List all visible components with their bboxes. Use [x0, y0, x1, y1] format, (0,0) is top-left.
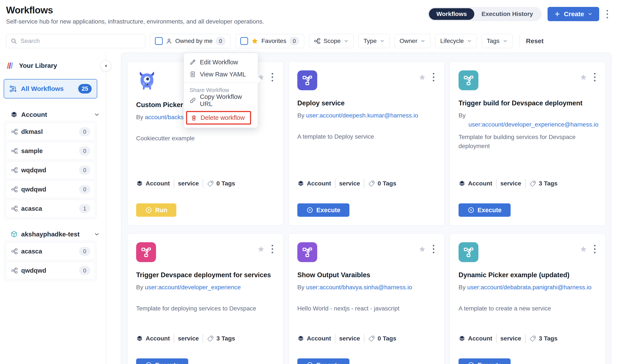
search-input[interactable] — [21, 38, 141, 44]
favorite-star-icon[interactable] — [418, 74, 426, 81]
card-meta-row: Account service 3 Tags — [136, 334, 274, 343]
scope-stack-icon — [458, 180, 465, 187]
sidebar-item-label: sample — [21, 147, 76, 155]
menu-item-label: View Raw YAML — [200, 71, 246, 78]
sidebar-item-acasca[interactable]: acasca 1 — [6, 200, 95, 217]
workflow-tree-icon — [11, 167, 18, 173]
sidebar-item-all-workflows[interactable]: All Workflows 25 — [4, 79, 97, 98]
workflow-card-icon — [136, 242, 156, 262]
workflow-tree-icon — [11, 267, 18, 274]
share-workflow-section-label: Share Workflow — [184, 85, 258, 94]
scope-stack-icon — [297, 335, 304, 342]
library-header: Your Library — [6, 61, 106, 70]
card-meta-row: Account service 0 Tags — [297, 179, 436, 188]
sidebar-collapse-button[interactable] — [100, 60, 111, 71]
type-dropdown[interactable]: Type — [359, 34, 390, 48]
chevron-down-icon — [94, 231, 100, 237]
tags-count: 0 Tags — [216, 180, 235, 187]
trash-icon — [191, 115, 197, 121]
workflow-card-icon — [297, 242, 317, 262]
owner-link[interactable]: user:account/bhavya.sinha@harness.io — [306, 284, 412, 291]
card-kebab-menu-icon[interactable] — [431, 72, 436, 83]
sidebar-item-count: 0 — [79, 166, 90, 175]
execute-button[interactable]: Execute — [297, 358, 349, 364]
workflow-card-trigger-devspace[interactable]: Trigger Devspace deployment for services… — [127, 233, 283, 364]
menu-item-view-raw-yaml[interactable]: View Raw YAML — [184, 68, 258, 80]
page-kebab-menu-icon[interactable] — [605, 9, 609, 20]
favorites-filter[interactable]: Favorites 0 — [235, 34, 304, 48]
workflow-byline: By user:account/debabrata.panigrahi@harn… — [458, 283, 597, 300]
owner-link[interactable]: user:account/developer_experience — [145, 284, 241, 291]
sidebar-item-qwdqwd[interactable]: qwdqwd 0 — [6, 181, 95, 198]
owner-dropdown-label: Owner — [400, 38, 417, 44]
workflow-flow-icon — [9, 85, 17, 93]
chevron-down-icon — [420, 39, 426, 44]
owner-link[interactable]: user:account/deepesh.kumar@harness.io — [306, 112, 418, 119]
sidebar-item-dkmasl[interactable]: dkmasl 0 — [6, 123, 95, 141]
card-kebab-menu-icon[interactable] — [270, 244, 274, 255]
lifecycle-dropdown-label: Lifecycle — [440, 38, 464, 44]
scope-label: Account — [307, 180, 331, 187]
card-kebab-menu-icon[interactable] — [593, 244, 597, 255]
execute-button-label: Execute — [155, 362, 179, 364]
monster-avatar-icon — [136, 70, 158, 92]
tag-icon — [207, 335, 214, 342]
workflow-tree-icon — [11, 148, 18, 154]
execute-button[interactable]: Execute — [136, 358, 188, 364]
favorites-label: Favorites — [261, 38, 286, 44]
create-button[interactable]: Create — [548, 7, 599, 21]
workflow-card-icon — [458, 242, 478, 262]
group-name: akshayphadke-test — [21, 231, 90, 238]
menu-item-delete-workflow[interactable]: Delete workflow — [186, 111, 251, 125]
execute-button[interactable]: Execute — [458, 358, 511, 364]
owner-link[interactable]: user:account/debabrata.panigrahi@harness… — [467, 284, 591, 291]
all-workflows-label: All Workflows — [21, 85, 74, 92]
card-meta-row: Account service 3 Tags — [458, 179, 597, 188]
run-button[interactable]: Run — [136, 203, 176, 217]
card-kebab-menu-icon[interactable] — [431, 244, 436, 255]
workflow-card-show-output[interactable]: Show Output Varaibles By user:account/bh… — [288, 233, 444, 364]
reset-filters-button[interactable]: Reset — [526, 37, 544, 45]
lifecycle-dropdown[interactable]: Lifecycle — [435, 34, 477, 48]
workflow-tree-icon — [11, 129, 18, 135]
workflow-card-trigger-build[interactable]: Trigger build for Devspace deployment By… — [450, 62, 606, 226]
favorite-star-icon[interactable] — [580, 74, 587, 81]
owned-by-me-checkbox[interactable] — [155, 37, 163, 45]
type-label: service — [500, 180, 521, 187]
tags-dropdown[interactable]: Tags — [482, 34, 512, 48]
sidebar-item-wqdqwd[interactable]: wqdqwd 0 — [6, 161, 95, 179]
card-kebab-menu-icon[interactable] — [593, 72, 597, 83]
workflow-card-deploy-service[interactable]: Deploy service By user:account/deepesh.k… — [288, 62, 444, 226]
execute-button[interactable]: Execute — [458, 203, 511, 217]
execute-button-label: Execute — [316, 207, 340, 214]
tab-workflows[interactable]: Workflows — [429, 8, 474, 20]
favorite-star-icon[interactable] — [257, 246, 265, 253]
tags-count: 3 Tags — [539, 335, 558, 342]
owner-link[interactable]: user:account/developer_experience@harnes… — [469, 121, 598, 128]
owner-link[interactable]: account/backs — [145, 114, 183, 120]
sidebar-group-akshayphadke-test[interactable]: akshayphadke-test — [10, 231, 100, 238]
owned-by-me-filter[interactable]: Owned by me 0 — [150, 34, 230, 48]
tab-execution-history[interactable]: Execution History — [474, 8, 540, 20]
scope-dropdown[interactable]: Scope — [309, 34, 354, 48]
cube-icon — [10, 231, 18, 238]
favorite-star-icon[interactable] — [580, 246, 587, 253]
workflow-card-dynamic-picker[interactable]: Dynamic Picker example (updated) By user… — [450, 233, 606, 364]
card-kebab-menu-icon[interactable] — [270, 72, 274, 83]
account-group-list: dkmasl 0 sample 0 wqdqwd 0 qwdqwd 0 acas… — [4, 121, 97, 219]
menu-item-copy-workflow-url[interactable]: Copy Workflow URL — [184, 94, 258, 106]
favorite-star-icon[interactable] — [418, 246, 426, 253]
sidebar-item-acasca-2[interactable]: acasca 0 — [6, 242, 95, 260]
by-label: By — [297, 284, 305, 291]
owner-dropdown[interactable]: Owner — [395, 34, 430, 48]
menu-item-edit-workflow[interactable]: Edit Workflow — [184, 56, 258, 68]
sidebar-item-sample[interactable]: sample 0 — [6, 142, 95, 160]
scope-label: Account — [468, 335, 492, 342]
sidebar-item-qwdqwd-2[interactable]: qwdqwd 0 — [6, 262, 95, 279]
favorites-checkbox[interactable] — [240, 37, 248, 45]
sidebar-group-account[interactable]: Account — [10, 111, 100, 118]
workflow-description: Hello World - nextjs - react - javascrip… — [297, 304, 436, 322]
by-label: By — [136, 114, 143, 120]
execute-button[interactable]: Execute — [297, 203, 349, 217]
play-circle-icon — [306, 362, 313, 364]
